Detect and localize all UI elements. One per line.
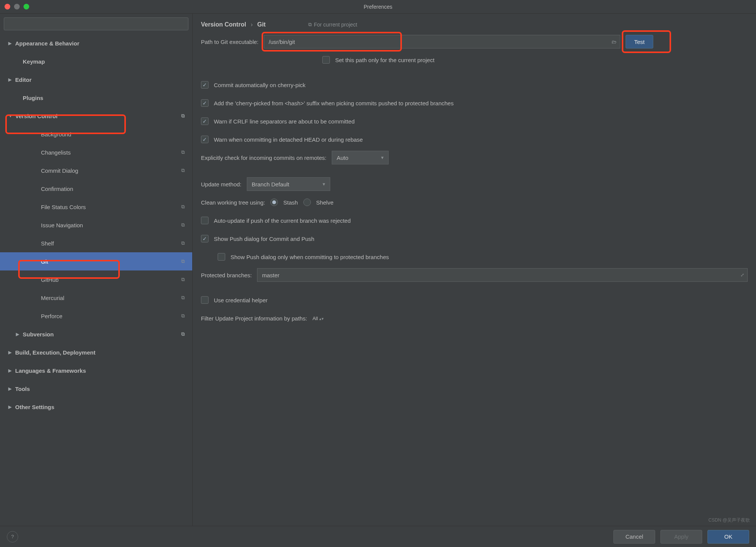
sidebar-item-issue-navigation[interactable]: Issue Navigation⧉ [0,216,192,234]
sidebar-item-keymap[interactable]: Keymap [0,52,192,70]
help-button[interactable]: ? [7,531,18,542]
test-button[interactable]: Test [626,35,654,48]
titlebar: Preferences [0,0,756,14]
cancel-button[interactable]: Cancel [613,530,655,544]
shelve-radio[interactable] [303,198,311,206]
sidebar-item-perforce[interactable]: Perforce⧉ [0,307,192,325]
credential-helper-checkbox[interactable] [201,296,209,304]
sidebar-item-label: Perforce [41,313,192,319]
path-current-project-label: Set this path only for the current proje… [335,57,434,63]
sidebar-item-subversion[interactable]: ▶Subversion⧉ [0,325,192,343]
sidebar-item-other-settings[interactable]: ▶Other Settings [0,398,192,416]
sidebar-item-label: Keymap [23,58,192,65]
dialog-footer: ? Cancel Apply OK [0,526,756,547]
cherry-suffix-label: Add the 'cherry-picked from <hash>' suff… [214,100,453,106]
apply-button[interactable]: Apply [660,530,702,544]
copy-icon: ⧉ [181,240,185,246]
sidebar-item-appearance-behavior[interactable]: ▶Appearance & Behavior [0,34,192,52]
copy-icon: ⧉ [181,313,185,319]
sidebar-item-shelf[interactable]: Shelf⧉ [0,234,192,252]
credential-helper-label: Use credential helper [214,297,268,303]
sidebar-item-label: Issue Navigation [41,222,192,228]
sidebar-item-label: Shelf [41,240,192,247]
cherry-suffix-checkbox[interactable] [201,99,209,107]
protected-branches-value: master [262,272,279,278]
sidebar-item-mercurial[interactable]: Mercurial⧉ [0,289,192,307]
update-method-label: Update method: [201,181,242,188]
sidebar-item-label: Appearance & Behavior [15,40,192,47]
sidebar-item-file-status-colors[interactable]: File Status Colors⧉ [0,198,192,216]
sidebar-item-label: Plugins [23,95,192,101]
copy-icon: ⧉ [181,113,185,119]
path-current-project-checkbox[interactable] [322,56,330,64]
tree-arrow-icon: ▶ [8,368,15,373]
show-push-label: Show Push dialog for Commit and Push [214,236,314,242]
sidebar-item-label: GitHub [41,277,192,283]
sidebar-item-plugins[interactable]: Plugins [0,89,192,107]
tree-arrow-icon: ▶ [8,350,15,355]
sidebar-item-commit-dialog[interactable]: Commit Dialog⧉ [0,161,192,180]
minimize-dot[interactable] [14,4,20,9]
copy-icon: ⧉ [181,204,185,210]
protected-branches-input[interactable]: master ⤢ [257,268,748,282]
chevron-down-icon: ▼ [380,155,384,160]
filter-paths-value[interactable]: All ▴▾ [312,316,324,321]
sidebar-item-editor[interactable]: ▶Editor [0,70,192,89]
sidebar-item-background[interactable]: Background [0,125,192,143]
window-controls [5,4,29,9]
explicit-check-select[interactable]: Auto ▼ [332,151,389,164]
breadcrumb-root: Version Control [201,21,246,28]
shelve-label: Shelve [316,199,334,206]
copy-icon: ⧉ [181,258,185,264]
sidebar-item-changelists[interactable]: Changelists⧉ [0,143,192,161]
git-path-input[interactable] [264,35,620,48]
sidebar-item-label: Tools [15,386,192,392]
show-push-protected-checkbox[interactable] [218,253,225,261]
detached-checkbox[interactable] [201,136,209,143]
crlf-label: Warn if CRLF line separators are about t… [214,118,354,125]
sidebar-item-tools[interactable]: ▶Tools [0,380,192,398]
tree-arrow-icon: ▶ [16,332,23,337]
sidebar-item-languages-frameworks[interactable]: ▶Languages & Frameworks [0,361,192,380]
sidebar-item-label: Background [41,131,192,138]
watermark: CSDN @吴声子夜歌 [708,517,750,524]
crlf-checkbox[interactable] [201,117,209,125]
stash-radio[interactable] [270,198,278,206]
sidebar-item-confirmation[interactable]: Confirmation [0,180,192,198]
tree-arrow-icon: ▼ [8,114,15,118]
ok-button[interactable]: OK [707,530,749,544]
settings-tree: ▶Appearance & BehaviorKeymap▶EditorPlugi… [0,34,192,526]
search-input[interactable] [4,17,188,30]
project-scope-badge: ⧉ For current project [308,22,357,28]
zoom-dot[interactable] [24,4,29,9]
sidebar-item-label: Subversion [23,331,192,338]
cherry-auto-checkbox[interactable] [201,81,209,89]
browse-folder-icon[interactable]: 🗁 [612,39,616,45]
sidebar-item-version-control[interactable]: ▼Version Control⧉ [0,107,192,125]
sidebar-item-label: Editor [15,77,192,83]
tree-arrow-icon: ▶ [8,405,15,409]
expand-icon[interactable]: ⤢ [740,272,744,278]
close-dot[interactable] [5,4,10,9]
sidebar-item-label: Version Control [15,113,192,119]
show-push-protected-label: Show Push dialog only when committing to… [231,254,389,260]
chevron-down-icon: ▼ [322,182,326,186]
sidebar-item-git[interactable]: Git⧉ [0,252,192,270]
sidebar-item-label: Other Settings [15,404,192,410]
sidebar-item-label: Changelists [41,149,192,156]
autoupdate-checkbox[interactable] [201,217,209,224]
copy-icon: ⧉ [181,167,185,173]
sidebar-item-build-execution-deployment[interactable]: ▶Build, Execution, Deployment [0,343,192,361]
update-method-select[interactable]: Branch Default ▼ [247,177,330,191]
copy-icon: ⧉ [308,22,312,28]
cherry-auto-label: Commit automatically on cherry-pick [214,82,306,88]
breadcrumb: Version Control › Git ⧉ For current proj… [193,14,756,34]
settings-panel: Version Control › Git ⧉ For current proj… [193,14,756,526]
clean-tree-label: Clean working tree using: [201,199,265,206]
tree-arrow-icon: ▶ [8,386,15,391]
explicit-check-label: Explicitly check for incoming commits on… [201,155,326,161]
show-push-checkbox[interactable] [201,235,209,242]
sidebar: 🔍⌄ ▶Appearance & BehaviorKeymap▶EditorPl… [0,14,193,526]
path-label: Path to Git executable: [201,39,259,45]
sidebar-item-github[interactable]: GitHub⧉ [0,270,192,289]
